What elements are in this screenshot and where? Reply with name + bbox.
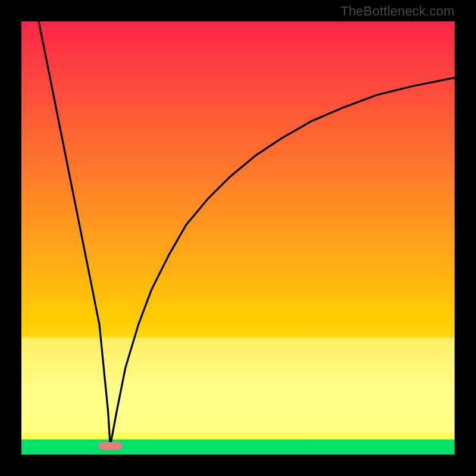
green-bottom-strip <box>21 440 455 455</box>
minimum-marker <box>98 442 122 450</box>
chart-svg <box>21 21 455 455</box>
pale-yellow-band <box>21 337 455 433</box>
chart-frame: TheBottleneck.com <box>0 0 476 476</box>
watermark-text: TheBottleneck.com <box>340 4 455 19</box>
plot-area <box>21 21 455 455</box>
